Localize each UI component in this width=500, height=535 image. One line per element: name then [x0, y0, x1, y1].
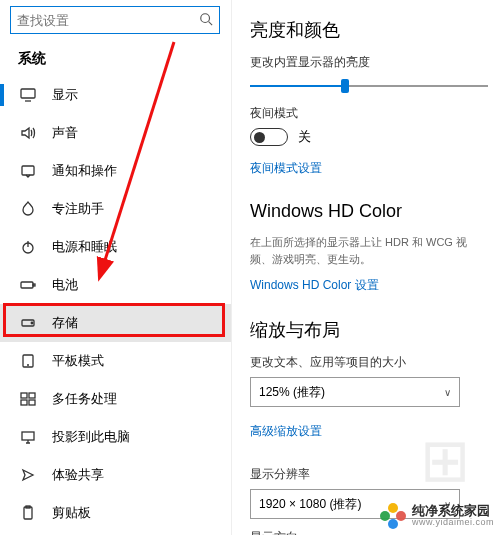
nav-label: 通知和操作	[52, 162, 117, 180]
svg-rect-17	[22, 432, 34, 440]
brightness-slider-label: 更改内置显示器的亮度	[250, 54, 488, 71]
svg-line-1	[209, 21, 213, 25]
nav-label: 体验共享	[52, 466, 104, 484]
watermark-name: 纯净系统家园	[412, 504, 494, 518]
svg-rect-7	[21, 282, 33, 288]
sidebar-item-notifications[interactable]: 通知和操作	[0, 152, 231, 190]
display-icon	[18, 85, 38, 105]
power-icon	[18, 237, 38, 257]
nav-label: 专注助手	[52, 200, 104, 218]
sidebar-item-tablet[interactable]: 平板模式	[0, 342, 231, 380]
watermark: 纯净系统家园 www.yidaimei.com	[380, 503, 494, 529]
svg-point-10	[31, 322, 33, 324]
text-size-select[interactable]: 125% (推荐) ∨	[250, 377, 460, 407]
nav-label: 声音	[52, 124, 78, 142]
night-mode-label: 夜间模式	[250, 105, 488, 122]
main-panel: 亮度和颜色 更改内置显示器的亮度 夜间模式 关 夜间模式设置 Windows H…	[232, 0, 500, 535]
night-mode-toggle[interactable]	[250, 128, 288, 146]
tablet-icon	[18, 351, 38, 371]
brightness-slider[interactable]	[250, 77, 488, 95]
sidebar-item-battery[interactable]: 电池	[0, 266, 231, 304]
nav-label: 多任务处理	[52, 390, 117, 408]
category-title: 系统	[0, 42, 231, 76]
svg-rect-13	[21, 393, 27, 398]
sidebar-item-display[interactable]: 显示	[0, 76, 231, 114]
nav-label: 存储	[52, 314, 78, 332]
svg-rect-16	[29, 400, 35, 405]
svg-rect-4	[22, 166, 34, 175]
share-icon	[18, 465, 38, 485]
sidebar-item-storage[interactable]: 存储	[0, 304, 231, 342]
nav-label: 投影到此电脑	[52, 428, 130, 446]
watermark-url: www.yidaimei.com	[412, 518, 494, 528]
search-icon	[199, 12, 213, 29]
resolution-label: 显示分辨率	[250, 466, 488, 483]
multitask-icon	[18, 389, 38, 409]
section-title-scale: 缩放与布局	[250, 318, 488, 342]
nav-label: 电源和睡眠	[52, 238, 117, 256]
battery-icon	[18, 275, 38, 295]
text-size-label: 更改文本、应用等项目的大小	[250, 354, 488, 371]
watermark-logo-icon	[380, 503, 406, 529]
section-title-brightness: 亮度和颜色	[250, 18, 488, 42]
svg-rect-14	[29, 393, 35, 398]
notifications-icon	[18, 161, 38, 181]
svg-rect-2	[21, 89, 35, 98]
night-mode-state: 关	[298, 128, 311, 146]
svg-rect-15	[21, 400, 27, 405]
nav-label: 电池	[52, 276, 78, 294]
sidebar-item-focus[interactable]: 专注助手	[0, 190, 231, 228]
search-box[interactable]	[10, 6, 220, 34]
nav-label: 平板模式	[52, 352, 104, 370]
nav-label: 剪贴板	[52, 504, 91, 522]
clipboard-icon	[18, 503, 38, 523]
settings-sidebar: 系统 显示 声音 通知和操作 专注助手 电源和睡眠	[0, 0, 232, 535]
storage-icon	[18, 313, 38, 333]
nav-list: 显示 声音 通知和操作 专注助手 电源和睡眠 电池	[0, 76, 231, 535]
sidebar-item-power[interactable]: 电源和睡眠	[0, 228, 231, 266]
svg-rect-8	[33, 284, 35, 286]
night-mode-settings-link[interactable]: 夜间模式设置	[250, 160, 322, 177]
orientation-label: 显示方向	[250, 529, 488, 535]
sound-icon	[18, 123, 38, 143]
project-icon	[18, 427, 38, 447]
text-size-value: 125% (推荐)	[259, 384, 325, 401]
hd-description: 在上面所选择的显示器上让 HDR 和 WCG 视频、游戏明亮、更生动。	[250, 234, 488, 267]
advanced-scaling-link[interactable]: 高级缩放设置	[250, 423, 322, 440]
hd-settings-link[interactable]: Windows HD Color 设置	[250, 277, 379, 294]
sidebar-item-multitask[interactable]: 多任务处理	[0, 380, 231, 418]
focus-icon	[18, 199, 38, 219]
sidebar-item-shared[interactable]: 体验共享	[0, 456, 231, 494]
sidebar-item-project[interactable]: 投影到此电脑	[0, 418, 231, 456]
resolution-value: 1920 × 1080 (推荐)	[259, 496, 361, 513]
section-title-hd: Windows HD Color	[250, 201, 488, 222]
chevron-down-icon: ∨	[444, 387, 451, 398]
svg-point-0	[201, 13, 210, 22]
search-input[interactable]	[17, 13, 199, 28]
sidebar-item-sound[interactable]: 声音	[0, 114, 231, 152]
sidebar-item-clipboard[interactable]: 剪贴板	[0, 494, 231, 532]
nav-label: 显示	[52, 86, 78, 104]
svg-rect-18	[24, 507, 32, 519]
